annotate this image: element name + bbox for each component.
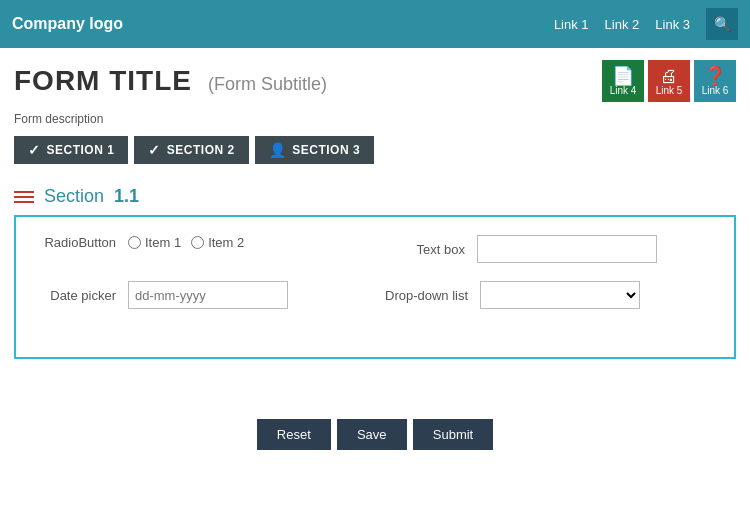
footer-buttons: Reset Save Submit bbox=[0, 419, 750, 470]
print-icon: 🖨 bbox=[660, 67, 678, 85]
section1-tab[interactable]: ✓ SECTION 1 bbox=[14, 136, 128, 164]
link6-label: Link 6 bbox=[702, 85, 729, 96]
section3-label: SECTION 3 bbox=[292, 143, 360, 157]
nav-link-2[interactable]: Link 2 bbox=[605, 17, 640, 32]
form-subtitle: (Form Subtitle) bbox=[208, 74, 327, 95]
search-button[interactable]: 🔍 bbox=[706, 8, 738, 40]
nav-link-3[interactable]: Link 3 bbox=[655, 17, 690, 32]
hamburger-icon[interactable] bbox=[14, 191, 34, 203]
hamburger-line-3 bbox=[14, 201, 34, 203]
datepicker-field-group: Date picker bbox=[36, 281, 365, 309]
section3-user-icon: 👤 bbox=[269, 142, 287, 158]
dropdown-label: Drop-down list bbox=[385, 288, 468, 303]
form-panel: RadioButton Item 1 Item 2 Text box Date … bbox=[14, 215, 736, 359]
date-input[interactable] bbox=[128, 281, 288, 309]
radio-label: RadioButton bbox=[36, 235, 116, 250]
link4-label: Link 4 bbox=[610, 85, 637, 96]
form-row-1: RadioButton Item 1 Item 2 Text box bbox=[36, 235, 714, 263]
submit-button[interactable]: Submit bbox=[413, 419, 493, 450]
header-nav: Link 1 Link 2 Link 3 🔍 bbox=[554, 8, 738, 40]
dropdown-field-group: Drop-down list bbox=[385, 281, 714, 309]
radio-option-2[interactable]: Item 2 bbox=[191, 235, 244, 250]
title-left: FORM TITLE (Form Subtitle) bbox=[14, 65, 327, 97]
datepicker-label: Date picker bbox=[36, 288, 116, 303]
link5-button[interactable]: 🖨 Link 5 bbox=[648, 60, 690, 102]
radio-option-1[interactable]: Item 1 bbox=[128, 235, 181, 250]
text-input[interactable] bbox=[477, 235, 657, 263]
nav-link-1[interactable]: Link 1 bbox=[554, 17, 589, 32]
section-label: Section 1.1 bbox=[44, 186, 139, 207]
search-icon: 🔍 bbox=[714, 16, 731, 32]
radio-input-1[interactable] bbox=[128, 236, 141, 249]
section-label-text: Section bbox=[44, 186, 104, 206]
form-title: FORM TITLE bbox=[14, 65, 192, 97]
section3-tab[interactable]: 👤 SECTION 3 bbox=[255, 136, 374, 164]
header: Company logo Link 1 Link 2 Link 3 🔍 bbox=[0, 0, 750, 48]
radio-input-2[interactable] bbox=[191, 236, 204, 249]
document-icon: 📄 bbox=[612, 67, 634, 85]
save-button[interactable]: Save bbox=[337, 419, 407, 450]
section2-check-icon: ✓ bbox=[148, 142, 161, 158]
form-row-2: Date picker Drop-down list bbox=[36, 281, 714, 309]
section1-check-icon: ✓ bbox=[28, 142, 41, 158]
title-bar: FORM TITLE (Form Subtitle) 📄 Link 4 🖨 Li… bbox=[0, 48, 750, 108]
help-icon: ❓ bbox=[704, 67, 726, 85]
company-logo: Company logo bbox=[12, 15, 123, 33]
radio-option-2-label: Item 2 bbox=[208, 235, 244, 250]
radio-option-1-label: Item 1 bbox=[145, 235, 181, 250]
textbox-field-group: Text box bbox=[385, 235, 714, 263]
section1-label: SECTION 1 bbox=[47, 143, 115, 157]
textbox-label: Text box bbox=[385, 242, 465, 257]
hamburger-line-1 bbox=[14, 191, 34, 193]
sections-bar: ✓ SECTION 1 ✓ SECTION 2 👤 SECTION 3 bbox=[0, 136, 750, 180]
radio-field-group: RadioButton Item 1 Item 2 bbox=[36, 235, 365, 250]
form-description: Form description bbox=[0, 108, 750, 136]
section2-tab[interactable]: ✓ SECTION 2 bbox=[134, 136, 248, 164]
reset-button[interactable]: Reset bbox=[257, 419, 331, 450]
section-number: 1.1 bbox=[114, 186, 139, 206]
link5-label: Link 5 bbox=[656, 85, 683, 96]
section-header: Section 1.1 bbox=[0, 180, 750, 215]
radio-group: Item 1 Item 2 bbox=[128, 235, 244, 250]
hamburger-line-2 bbox=[14, 196, 34, 198]
link4-button[interactable]: 📄 Link 4 bbox=[602, 60, 644, 102]
dropdown-select[interactable] bbox=[480, 281, 640, 309]
title-right-icons: 📄 Link 4 🖨 Link 5 ❓ Link 6 bbox=[602, 60, 736, 102]
section2-label: SECTION 2 bbox=[167, 143, 235, 157]
link6-button[interactable]: ❓ Link 6 bbox=[694, 60, 736, 102]
